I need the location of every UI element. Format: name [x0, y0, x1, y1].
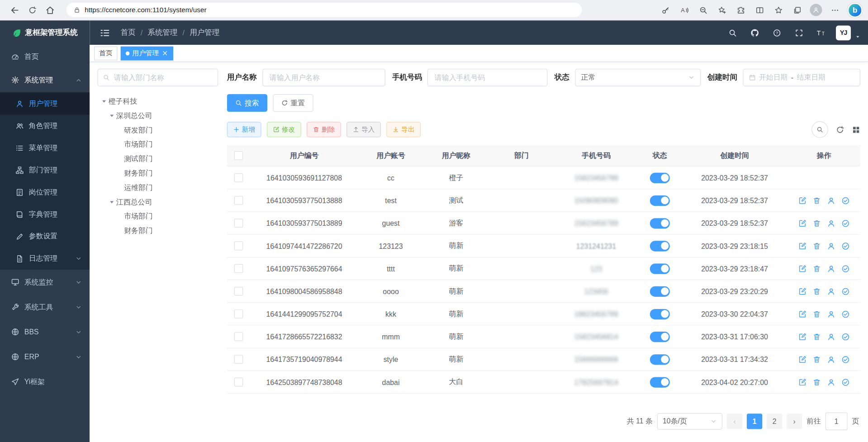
status-select[interactable]: 正常 [575, 69, 701, 86]
delete-icon[interactable] [813, 287, 821, 295]
bing-icon[interactable]: b [848, 3, 863, 18]
sidebar-item-yi-framework[interactable]: Yi框架 [0, 369, 90, 394]
reset-button[interactable]: 重置 [273, 94, 313, 112]
delete-icon[interactable] [813, 219, 821, 227]
status-toggle[interactable] [650, 172, 670, 183]
modify-button[interactable]: 修改 [267, 122, 301, 137]
phone-input[interactable] [427, 69, 548, 86]
tree-node[interactable]: 测试部门 [97, 152, 218, 166]
status-toggle[interactable] [650, 286, 670, 296]
password-key-icon[interactable] [656, 2, 674, 18]
tree-node[interactable]: 运维部门 [97, 181, 218, 195]
edit-icon[interactable] [798, 355, 806, 363]
delete-icon[interactable] [813, 355, 821, 363]
edit-icon[interactable] [798, 264, 806, 272]
browser-back-icon[interactable] [5, 2, 23, 18]
toolbar-columns-icon[interactable] [852, 125, 860, 133]
edit-icon[interactable] [798, 196, 806, 204]
reset-password-icon[interactable] [827, 242, 835, 250]
row-checkbox[interactable] [234, 219, 243, 228]
row-checkbox[interactable] [234, 173, 243, 182]
hamburger-icon[interactable] [97, 25, 112, 40]
sidebar-item-departments[interactable]: 部门管理 [0, 159, 90, 181]
row-checkbox[interactable] [234, 287, 243, 296]
edit-icon[interactable] [798, 310, 806, 318]
row-checkbox[interactable] [234, 196, 243, 205]
sidebar-item-roles[interactable]: 角色管理 [0, 114, 90, 137]
row-checkbox[interactable] [234, 355, 243, 364]
row-checkbox[interactable] [234, 332, 243, 341]
fullscreen-icon[interactable] [792, 25, 806, 40]
import-button[interactable]: 导入 [346, 122, 381, 137]
sidebar-item-monitor[interactable]: 系统监控 [0, 270, 90, 295]
reset-password-icon[interactable] [827, 219, 835, 227]
caret-down-icon[interactable] [107, 112, 116, 119]
sidebar-item-menus[interactable]: 菜单管理 [0, 137, 90, 159]
tag-home[interactable]: 首页 [94, 46, 117, 60]
header-search-icon[interactable] [725, 25, 740, 40]
sidebar-item-params[interactable]: 参数设置 [0, 225, 90, 247]
tag-close-icon[interactable] [161, 50, 168, 57]
collections-icon[interactable] [788, 2, 806, 18]
prev-page-button[interactable]: ‹ [727, 413, 742, 429]
delete-button[interactable]: 删除 [307, 122, 341, 137]
status-toggle[interactable] [650, 263, 670, 274]
browser-refresh-icon[interactable] [23, 2, 41, 18]
row-checkbox[interactable] [234, 242, 243, 251]
edit-icon[interactable] [798, 242, 806, 250]
edit-icon[interactable] [798, 378, 806, 386]
sidebar-item-system[interactable]: 系统管理 [0, 67, 90, 92]
github-icon[interactable] [747, 25, 762, 40]
date-range-picker[interactable]: 开始日期 - 结束日期 [743, 69, 860, 86]
user-avatar[interactable]: YJ [836, 25, 851, 40]
assign-role-icon[interactable] [841, 333, 849, 341]
tree-node[interactable]: 财务部门 [97, 223, 218, 238]
tree-node[interactable]: 市场部门 [97, 209, 218, 224]
assign-role-icon[interactable] [841, 378, 849, 386]
toolbar-search-toggle-icon[interactable] [811, 121, 828, 138]
delete-icon[interactable] [813, 333, 821, 341]
delete-icon[interactable] [813, 378, 821, 386]
sidebar-item-tools[interactable]: 系统工具 [0, 295, 90, 319]
assign-role-icon[interactable] [841, 355, 849, 363]
reset-password-icon[interactable] [827, 333, 835, 341]
assign-role-icon[interactable] [841, 264, 849, 272]
status-toggle[interactable] [650, 241, 670, 251]
address-bar[interactable]: https://ccnetcore.com:1101/system/user [66, 3, 582, 17]
sidebar-item-posts[interactable]: 岗位管理 [0, 181, 90, 203]
help-icon[interactable] [769, 25, 784, 40]
tree-node[interactable]: 江西总公司 [97, 195, 218, 209]
edit-icon[interactable] [798, 333, 806, 341]
sidebar-item-bbs[interactable]: BBS [0, 319, 90, 344]
add-button[interactable]: 新增 [227, 122, 261, 137]
caret-down-icon[interactable] [107, 199, 116, 205]
breadcrumb-system[interactable]: 系统管理 [147, 28, 177, 38]
reset-password-icon[interactable] [827, 355, 835, 363]
page-size-select[interactable]: 10条/页 [657, 413, 722, 430]
favorites-bar-icon[interactable] [769, 2, 787, 18]
username-input[interactable] [262, 69, 385, 86]
tree-node[interactable]: 市场部门 [97, 138, 218, 152]
status-toggle[interactable] [650, 377, 670, 387]
caret-down-icon[interactable] [100, 98, 109, 105]
next-page-button[interactable]: › [787, 413, 802, 429]
favorites-add-icon[interactable] [713, 2, 730, 18]
read-aloud-icon[interactable] [675, 2, 693, 18]
page-button-1[interactable]: 1 [747, 413, 762, 429]
browser-more-icon[interactable] [826, 2, 844, 18]
delete-icon[interactable] [813, 196, 821, 204]
split-screen-icon[interactable] [751, 2, 768, 18]
tree-node[interactable]: 深圳总公司 [97, 109, 218, 123]
assign-role-icon[interactable] [841, 242, 849, 250]
toolbar-refresh-icon[interactable] [836, 125, 844, 133]
browser-home-icon[interactable] [41, 2, 59, 18]
export-button[interactable]: 导出 [386, 122, 421, 137]
sidebar-item-logs[interactable]: 日志管理 [0, 247, 90, 270]
assign-role-icon[interactable] [841, 219, 849, 227]
status-toggle[interactable] [650, 195, 670, 205]
assign-role-icon[interactable] [841, 310, 849, 318]
edit-icon[interactable] [798, 287, 806, 295]
delete-icon[interactable] [813, 310, 821, 318]
delete-icon[interactable] [813, 264, 821, 272]
sidebar-item-erp[interactable]: ERP [0, 344, 90, 369]
